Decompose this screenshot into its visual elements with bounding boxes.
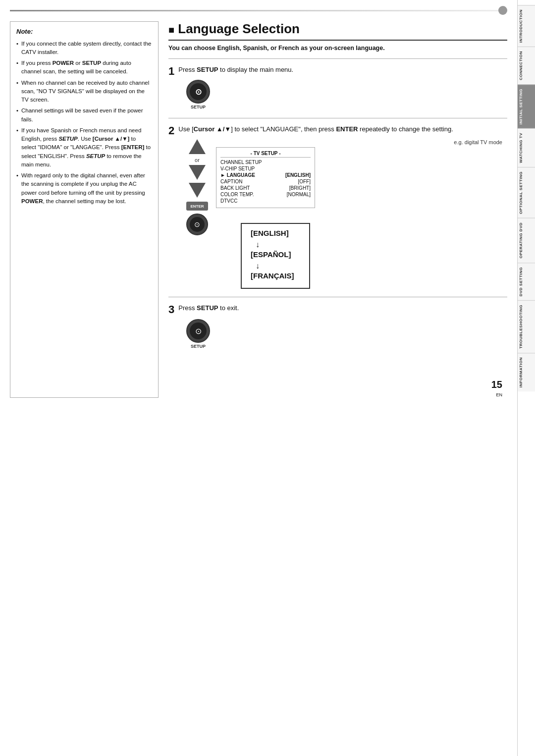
or-label: or — [195, 157, 200, 163]
lang-arrow-down1: ↓ — [251, 240, 300, 249]
tv-menu-box: - TV SETUP - CHANNEL SETUP V-CHIP SETUP — [216, 147, 315, 208]
cursor-up-button — [189, 139, 206, 154]
tv-menu-row-vchip: V-CHIP SETUP — [220, 166, 311, 171]
sidebar-tab-dvd-setting: DVD SETTING — [518, 263, 535, 300]
step1: 1 Press SETUP to display the main menu. … — [168, 65, 507, 110]
tv-menu-row-colortemp: COLOR TEMP. [NORMAL] — [220, 192, 311, 197]
lang-espanol-label: [ESPAÑOL] — [251, 250, 291, 259]
sidebar-tab-watching-tv-label: WATCHING TV — [519, 133, 523, 163]
sidebar-tab-optional-setting-label: OPTIONAL SETTING — [519, 171, 523, 214]
step2: 2 Use [Cursor ▲/▼] to select "LANGUAGE",… — [168, 124, 507, 289]
setup-btn-icon-symbol: ⊙ — [195, 87, 202, 97]
menu-value: [BRIGHT] — [289, 185, 311, 191]
step1-number: 1 — [168, 66, 174, 77]
menu-value: [OFF] — [298, 179, 311, 184]
tv-menu-row-language: ► LANGUAGE [ENGLISH] — [220, 172, 311, 178]
sidebar-tab-connection-label: CONNECTION — [519, 51, 523, 80]
right-sidebar: INTRODUCTION CONNECTION INITIAL SETTING … — [517, 0, 535, 756]
cursor-down-button2 — [189, 183, 206, 198]
instructions-panel: ■ Language Selection You can choose Engl… — [168, 21, 507, 398]
step1-text: Press SETUP to display the main menu. — [178, 65, 293, 75]
sidebar-tab-operating-dvd-label: OPERATING DVD — [519, 222, 523, 259]
step2-number: 2 — [168, 125, 174, 136]
tv-menu-row-dtvcc: DTVCC — [220, 198, 311, 204]
language-selection-area: [ENGLISH] ↓ [ESPAÑOL] ↓ [FRANÇAIS] — [221, 215, 507, 289]
top-decorative-line — [10, 10, 507, 11]
note-title: Note: — [16, 27, 152, 37]
sidebar-tab-operating-dvd: OPERATING DVD — [518, 218, 535, 263]
step1-icon-area: ⊙ SETUP — [186, 80, 507, 110]
tv-menu-row-channel: CHANNEL SETUP — [220, 160, 311, 165]
page-title: ■ Language Selection — [168, 21, 300, 36]
sidebar-tab-optional-setting: OPTIONAL SETTING — [518, 167, 535, 218]
sidebar-tab-troubleshooting: TROUBLESHOOTING — [518, 300, 535, 353]
step3-icon-area: ⊙ SETUP — [186, 319, 507, 349]
title-icon: ■ — [168, 24, 174, 35]
lang-francais: [FRANÇAIS] — [251, 271, 300, 280]
setup-exit-button-icon: ⊙ — [186, 319, 210, 343]
sidebar-tab-introduction: INTRODUCTION — [518, 5, 535, 47]
lang-espanol: [ESPAÑOL] — [251, 250, 300, 259]
menu-value: [ENGLISH] — [285, 172, 311, 178]
main-content: Note: If you connect the cable system di… — [0, 0, 517, 756]
step1-header: 1 Press SETUP to display the main menu. — [168, 65, 507, 77]
menu-label: V-CHIP SETUP — [220, 166, 255, 171]
sidebar-tab-connection: CONNECTION — [518, 47, 535, 84]
lang-francais-label: [FRANÇAIS] — [251, 271, 294, 280]
setup-exit-button-inner: ⊙ — [190, 323, 207, 339]
lang-english: [ENGLISH] — [251, 229, 300, 237]
lang-arrow-down2: ↓ — [251, 262, 300, 270]
menu-label: BACK LIGHT — [220, 185, 250, 191]
setup-button-icon: ⊙ — [186, 80, 210, 104]
setup-btn-label: SETUP — [186, 105, 210, 109]
note-item: When no channel can be received by auto … — [16, 79, 152, 105]
eg-label: e.g. digital TV mode — [216, 139, 507, 145]
enter-btn-label: ENTER — [190, 204, 204, 209]
setup-exit-btn-label: SETUP — [186, 344, 210, 349]
step3-number: 3 — [168, 304, 174, 315]
step3-divider — [168, 297, 507, 297]
cursor-buttons-group: or ENTER ⊙ — [186, 139, 208, 235]
menu-label: CAPTION — [220, 179, 242, 184]
menu-label: DTVCC — [220, 198, 237, 204]
setup-button-icon-inner: ⊙ — [190, 217, 205, 232]
note-box: Note: If you connect the cable system di… — [10, 21, 159, 398]
sidebar-tab-watching-tv: WATCHING TV — [518, 128, 535, 167]
menu-label: COLOR TEMP. — [220, 192, 254, 197]
step2-header: 2 Use [Cursor ▲/▼] to select "LANGUAGE",… — [168, 124, 507, 136]
note-item: Channel settings will be saved even if t… — [16, 107, 152, 124]
step3: 3 Press SETUP to exit. ⊙ SETUP — [168, 303, 507, 349]
menu-label: CHANNEL SETUP — [220, 160, 262, 165]
page-en-label: EN — [496, 392, 502, 397]
sidebar-tab-information-label: INFORMATION — [519, 357, 523, 387]
page-number: 15 — [491, 379, 502, 390]
note-item: If you press POWER or SETUP during auto … — [16, 59, 152, 76]
menu-label: ► LANGUAGE — [220, 172, 255, 178]
sidebar-tab-dvd-setting-label: DVD SETTING — [519, 267, 523, 296]
note-item: If you have Spanish or French menus and … — [16, 126, 152, 169]
step2-text: Use [Cursor ▲/▼] to select "LANGUAGE", t… — [178, 124, 453, 134]
page-subtitle: You can choose English, Spanish, or Fren… — [168, 45, 507, 52]
tv-menu-row-caption: CAPTION [OFF] — [220, 179, 311, 184]
page-container: Note: If you connect the cable system di… — [0, 0, 535, 756]
setup-button-icon-small: ⊙ — [186, 214, 208, 235]
step3-text: Press SETUP to exit. — [178, 303, 239, 313]
tv-menu-area: e.g. digital TV mode - TV SETUP - CHANNE… — [216, 139, 507, 289]
sidebar-tab-information: INFORMATION — [518, 353, 535, 391]
title-text: Language Selection — [178, 21, 300, 36]
note-item: With regard only to the digital channel,… — [16, 171, 152, 206]
tv-menu-title: - TV SETUP - — [220, 151, 311, 158]
note-item: If you connect the cable system directly… — [16, 40, 152, 57]
cursor-down-button — [189, 165, 206, 180]
step2-divider — [168, 118, 507, 118]
step2-content: or ENTER ⊙ — [186, 139, 507, 289]
sidebar-tab-troubleshooting-label: TROUBLESHOOTING — [519, 305, 523, 349]
sidebar-tab-initial-setting: INITIAL SETTING — [518, 84, 535, 128]
page-number-container: 15 EN — [168, 379, 507, 398]
lang-english-label: [ENGLISH] — [251, 229, 289, 237]
step3-header: 3 Press SETUP to exit. — [168, 303, 507, 315]
menu-value: [NORMAL] — [287, 192, 311, 197]
enter-button-icon: ENTER — [186, 202, 208, 211]
page-title-container: ■ Language Selection — [168, 21, 507, 41]
content-grid: Note: If you connect the cable system di… — [10, 21, 507, 398]
